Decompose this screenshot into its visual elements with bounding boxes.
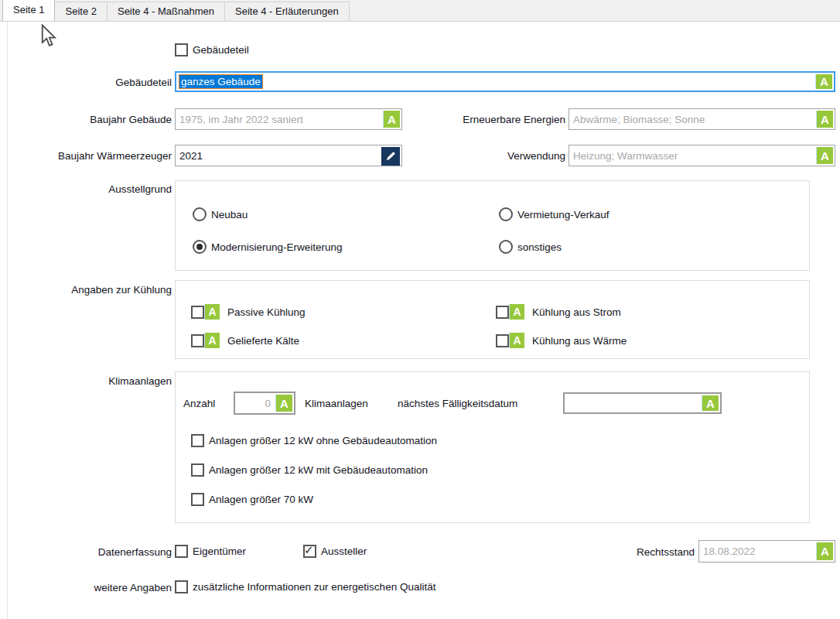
gebaeudeteil-checkbox-label: Gebäudeteil xyxy=(193,44,249,56)
anlagen-12kw-mit-checkbox[interactable] xyxy=(191,463,204,477)
verwendung-input[interactable]: Heizung; Warmwasser A xyxy=(569,145,835,166)
baujahr-gebaeude-input[interactable]: 1975, im Jahr 2022 saniert A xyxy=(175,108,402,130)
datenerfassung-label: Datenerfassung xyxy=(0,546,172,558)
eigentuemer-checkbox[interactable] xyxy=(175,545,188,558)
sonstiges-radio[interactable] xyxy=(499,240,513,254)
rechtsstand-value: 18.08.2022 xyxy=(703,545,756,557)
pencil-icon xyxy=(384,150,397,162)
rechtsstand-input[interactable]: 18.08.2022 A xyxy=(698,540,835,563)
anlagen-12kw-ohne-checkbox[interactable] xyxy=(191,434,204,447)
weitere-angaben-label: weitere Angaben xyxy=(0,582,172,593)
panel-border xyxy=(7,22,8,619)
erneuerbare-energien-value: Abwärme; Biomasse; Sonne xyxy=(573,114,705,125)
zusatzinfo-checkbox[interactable] xyxy=(175,580,188,593)
anzahl-value: 0 xyxy=(265,398,271,409)
passive-kuehlung-checkbox[interactable] xyxy=(191,306,204,319)
checkbox-row-gelieferte-kaelte[interactable]: A Gelieferte Kälte xyxy=(191,333,299,348)
tab-bar: Seite 1 Seite 2 Seite 4 - Maßnahmen Seit… xyxy=(0,0,840,22)
tab-seite-4-massnahmen[interactable]: Seite 4 - Maßnahmen xyxy=(107,2,225,21)
energieausweis-page1-window: Seite 1 Seite 2 Seite 4 - Maßnahmen Seit… xyxy=(0,0,840,619)
gelieferte-kaelte-label: Gelieferte Kälte xyxy=(227,335,299,347)
checkbox-row-12kw-ohne[interactable]: Anlagen größer 12 kW ohne Gebäudeautomat… xyxy=(191,434,437,447)
faelligkeitsdatum-input[interactable]: A xyxy=(563,392,722,414)
vermietung-verkauf-radio-label: Vermietung-Verkauf xyxy=(517,209,610,221)
aussteller-label: Aussteller xyxy=(321,545,367,557)
gebaeudeteil-input-selected-text: ganzes Gebäude xyxy=(179,75,262,88)
kuehlung-aus-waerme-label: Kühlung aus Wärme xyxy=(532,335,627,347)
zusatzinfo-label: zusätzliche Informationen zur energetisc… xyxy=(193,581,435,593)
verwendung-value: Heizung; Warmwasser xyxy=(573,150,678,162)
modernisierung-erweiterung-radio[interactable] xyxy=(193,240,207,254)
anzahl-input[interactable]: 0 A xyxy=(234,392,295,415)
gebaeudeteil-label: Gebäudeteil xyxy=(0,77,172,88)
erneuerbare-energien-label: Erneuerbare Energien xyxy=(402,114,565,125)
auto-value-badge[interactable]: A xyxy=(509,333,524,348)
neubau-radio-label: Neubau xyxy=(211,209,248,221)
anzahl-label: Anzahl xyxy=(183,398,215,409)
anzahl-suffix-label: Klimaanlagen xyxy=(305,398,368,409)
auto-value-badge[interactable]: A xyxy=(816,147,833,164)
auto-value-badge[interactable]: A xyxy=(816,542,833,560)
auto-value-badge[interactable]: A xyxy=(815,74,832,89)
gebaeudeteil-checkbox-row: Gebäudeteil xyxy=(175,43,249,56)
tab-seite-1[interactable]: Seite 1 xyxy=(2,0,55,21)
baujahr-waermeerzeuger-input[interactable]: 2021 xyxy=(175,145,402,166)
ausstellgrund-label: Ausstellgrund xyxy=(0,183,172,195)
verwendung-label: Verwendung xyxy=(402,150,565,162)
anlagen-12kw-mit-label: Anlagen größer 12 kW mit Gebäudeautomati… xyxy=(209,464,428,476)
checkbox-row-kuehlung-waerme[interactable]: A Kühlung aus Wärme xyxy=(496,333,627,348)
modernisierung-erweiterung-radio-label: Modernisierung-Erweiterung xyxy=(211,241,343,253)
radio-row-neubau[interactable]: Neubau xyxy=(193,207,248,221)
anlagen-12kw-ohne-label: Anlagen größer 12 kW ohne Gebäudeautomat… xyxy=(209,435,437,446)
sonstiges-radio-label: sonstiges xyxy=(517,241,562,253)
baujahr-gebaeude-label: Baujahr Gebäude xyxy=(0,114,172,125)
auto-value-badge[interactable]: A xyxy=(204,304,220,320)
gebaeudeteil-checkbox[interactable] xyxy=(175,43,188,56)
auto-value-badge[interactable]: A xyxy=(204,333,220,348)
kuehlung-groupbox: A Passive Kühlung A Gelieferte Kälte A K… xyxy=(175,280,810,359)
rechtsstand-label: Rechtsstand xyxy=(540,546,695,558)
radio-row-sonstiges[interactable]: sonstiges xyxy=(499,240,562,254)
eigentuemer-label: Eigentümer xyxy=(193,545,246,557)
kuehlung-aus-waerme-checkbox[interactable] xyxy=(496,334,509,347)
checkbox-row-70kw[interactable]: Anlagen größer 70 kW xyxy=(191,493,313,506)
baujahr-gebaeude-value: 1975, im Jahr 2022 saniert xyxy=(179,114,303,125)
kuehlung-aus-strom-checkbox[interactable] xyxy=(496,306,509,319)
angaben-kuehlung-label: Angaben zur Kühlung xyxy=(0,284,172,296)
baujahr-waermeerzeuger-value: 2021 xyxy=(179,150,203,162)
checkbox-row-passive-kuehlung[interactable]: A Passive Kühlung xyxy=(191,304,306,320)
tab-seite-2[interactable]: Seite 2 xyxy=(54,2,107,21)
baujahr-waermeerzeuger-label: Baujahr Wärmeerzeuger xyxy=(0,150,172,162)
anlagen-70kw-label: Anlagen größer 70 kW xyxy=(209,494,313,505)
faelligkeitsdatum-label: nächstes Fälligkeitsdatum xyxy=(398,398,517,409)
checkbox-row-eigentuemer[interactable]: Eigentümer xyxy=(175,545,246,558)
radio-row-modernisierung[interactable]: Modernisierung-Erweiterung xyxy=(193,240,343,254)
anlagen-70kw-checkbox[interactable] xyxy=(191,493,204,506)
klimaanlagen-groupbox: Anzahl 0 A Klimaanlagen nächstes Fälligk… xyxy=(175,371,810,523)
erneuerbare-energien-input[interactable]: Abwärme; Biomasse; Sonne A xyxy=(569,108,835,130)
aussteller-checkbox[interactable] xyxy=(303,545,316,558)
checkbox-row-kuehlung-strom[interactable]: A Kühlung aus Strom xyxy=(496,304,621,320)
auto-value-badge[interactable]: A xyxy=(702,395,719,411)
auto-value-badge[interactable]: A xyxy=(816,111,833,128)
auto-value-badge[interactable]: A xyxy=(509,304,524,320)
checkbox-row-aussteller[interactable]: Aussteller xyxy=(303,545,367,558)
checkbox-row-zusatzinfo[interactable]: zusätzliche Informationen zur energetisc… xyxy=(175,580,435,593)
gebaeudeteil-input[interactable]: ganzes Gebäude A xyxy=(175,71,835,92)
vermietung-verkauf-radio[interactable] xyxy=(499,207,513,221)
klimaanlagen-label: Klimaanlagen xyxy=(0,375,172,387)
passive-kuehlung-label: Passive Kühlung xyxy=(227,306,306,318)
mouse-cursor-icon xyxy=(40,24,57,47)
kuehlung-aus-strom-label: Kühlung aus Strom xyxy=(532,306,621,318)
neubau-radio[interactable] xyxy=(193,207,207,221)
ausstellgrund-groupbox: Neubau Modernisierung-Erweiterung Vermie… xyxy=(175,180,810,271)
auto-value-badge[interactable]: A xyxy=(383,111,400,128)
radio-row-vermietung[interactable]: Vermietung-Verkauf xyxy=(499,207,610,221)
checkbox-row-12kw-mit[interactable]: Anlagen größer 12 kW mit Gebäudeautomati… xyxy=(191,463,428,477)
edit-pencil-button[interactable] xyxy=(381,147,400,166)
gelieferte-kaelte-checkbox[interactable] xyxy=(191,334,204,347)
auto-value-badge[interactable]: A xyxy=(275,395,292,412)
tab-seite-4-erlaeuterungen[interactable]: Seite 4 - Erläuterungen xyxy=(224,2,350,21)
